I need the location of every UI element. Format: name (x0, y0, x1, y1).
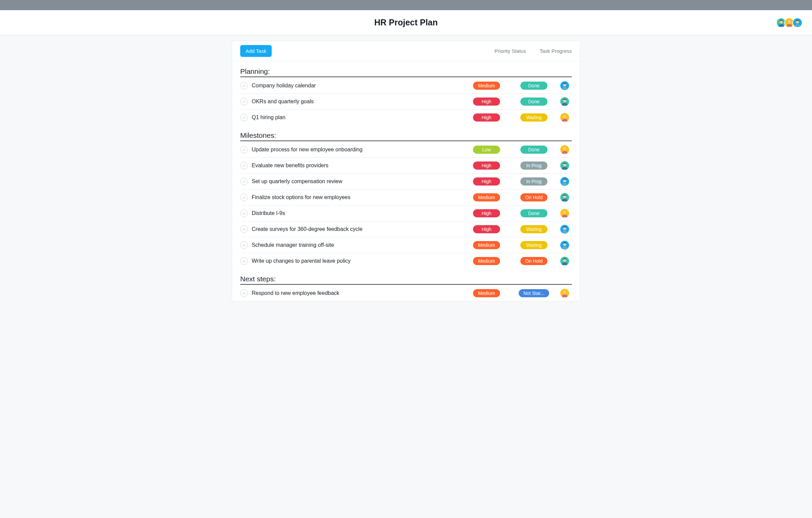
check-circle-icon[interactable] (240, 178, 248, 185)
assignee-avatar[interactable] (560, 257, 569, 265)
priority-pill[interactable]: High (473, 98, 500, 106)
assignee-avatar[interactable] (560, 113, 569, 122)
check-circle-icon[interactable] (240, 162, 248, 169)
priority-pill[interactable]: High (473, 161, 500, 170)
assignee-avatar[interactable] (560, 241, 569, 250)
check-circle-icon[interactable] (240, 289, 248, 297)
assignee-avatar[interactable] (560, 209, 569, 218)
assignee-cell (558, 225, 572, 234)
assignee-cell (558, 241, 572, 250)
task-row[interactable]: Update process for new employee onboardi… (240, 142, 572, 158)
progress-pill[interactable]: Waiting (520, 113, 547, 122)
task-name[interactable]: OKRs and quarterly goals (252, 99, 463, 105)
header-avatar[interactable] (792, 18, 803, 28)
task-row[interactable]: Respond to new employee feedbackMediumNo… (240, 285, 572, 301)
progress-cell: Not Star... (510, 289, 558, 297)
progress-pill[interactable]: Done (520, 82, 547, 90)
priority-pill[interactable]: High (473, 177, 500, 186)
section-title: Next steps: (240, 275, 572, 283)
assignee-avatar[interactable] (560, 225, 569, 234)
task-row[interactable]: Q1 hiring planHighWaiting (240, 110, 572, 125)
check-circle-icon[interactable] (240, 98, 248, 105)
task-row[interactable]: OKRs and quarterly goalsHighDone (240, 94, 572, 110)
check-circle-icon[interactable] (240, 146, 248, 153)
window-chrome-bar (0, 0, 812, 10)
priority-pill[interactable]: Medium (473, 82, 500, 90)
progress-pill[interactable]: Waiting (520, 241, 547, 249)
progress-pill[interactable]: Waiting (520, 225, 547, 233)
add-task-button[interactable]: Add Task (240, 45, 272, 57)
task-row[interactable]: Distribute I-9sHighDone (240, 206, 572, 221)
assignee-avatar[interactable] (560, 97, 569, 106)
section-divider (240, 141, 572, 141)
priority-pill[interactable]: High (473, 225, 500, 233)
progress-pill[interactable]: In Prog (520, 161, 547, 170)
check-circle-icon[interactable] (240, 82, 248, 89)
progress-pill[interactable]: On Hold (520, 257, 547, 265)
priority-pill[interactable]: Medium (473, 289, 500, 297)
check-circle-icon[interactable] (240, 194, 248, 201)
task-name[interactable]: Update process for new employee onboardi… (252, 147, 463, 153)
priority-pill[interactable]: Low (473, 146, 500, 154)
task-row[interactable]: Finalize stock options for new employees… (240, 190, 572, 206)
priority-pill[interactable]: Medium (473, 193, 500, 201)
assignee-cell (558, 97, 572, 106)
check-circle-icon[interactable] (240, 225, 248, 233)
progress-cell: In Prog (510, 161, 558, 170)
priority-cell: Medium (463, 241, 510, 249)
priority-pill[interactable]: High (473, 113, 500, 122)
priority-pill[interactable]: Medium (473, 257, 500, 265)
task-row[interactable]: Company holiday calendarMediumDone (240, 78, 572, 94)
progress-cell: On Hold (510, 257, 558, 265)
task-row[interactable]: Schedule manager training off-siteMedium… (240, 237, 572, 253)
section-title: Milestones: (240, 131, 572, 139)
assignee-avatar[interactable] (560, 81, 569, 90)
assignee-avatar[interactable] (560, 161, 569, 170)
priority-pill[interactable]: Medium (473, 241, 500, 249)
assignee-cell (558, 145, 572, 154)
task-list: Update process for new employee onboardi… (240, 142, 572, 269)
assignee-avatar[interactable] (560, 193, 569, 202)
check-circle-icon[interactable] (240, 210, 248, 217)
task-name[interactable]: Schedule manager training off-site (252, 242, 463, 248)
task-row[interactable]: Write up changes to parental leave polic… (240, 253, 572, 269)
priority-pill[interactable]: High (473, 209, 500, 217)
check-circle-icon[interactable] (240, 241, 248, 249)
task-name[interactable]: Evaluate new benefits providers (252, 163, 463, 169)
assignee-avatar[interactable] (560, 145, 569, 154)
assignee-avatar[interactable] (560, 177, 569, 186)
progress-cell: Done (510, 98, 558, 106)
task-name[interactable]: Respond to new employee feedback (252, 290, 463, 296)
progress-pill[interactable]: On Hold (520, 193, 547, 201)
task-name[interactable]: Create surveys for 360-degree feedback c… (252, 226, 463, 232)
progress-pill[interactable]: In Prog (520, 177, 547, 186)
check-circle-icon[interactable] (240, 114, 248, 121)
task-name[interactable]: Company holiday calendar (252, 83, 463, 89)
priority-cell: High (463, 113, 510, 122)
assignee-cell (558, 113, 572, 122)
section-divider (240, 284, 572, 285)
assignee-cell (558, 193, 572, 202)
panel-body: Planning:Company holiday calendarMediumD… (232, 61, 580, 301)
progress-pill[interactable]: Done (520, 146, 547, 154)
task-list: Respond to new employee feedbackMediumNo… (240, 285, 572, 301)
progress-pill[interactable]: Done (520, 209, 547, 217)
progress-pill[interactable]: Not Star... (519, 289, 549, 297)
task-name[interactable]: Finalize stock options for new employees (252, 194, 463, 200)
task-row[interactable]: Set up quarterly compensation reviewHigh… (240, 174, 572, 190)
task-row[interactable]: Evaluate new benefits providersHighIn Pr… (240, 158, 572, 174)
task-name[interactable]: Q1 hiring plan (252, 114, 463, 121)
progress-pill[interactable]: Done (520, 98, 547, 106)
task-row[interactable]: Create surveys for 360-degree feedback c… (240, 221, 572, 237)
assignee-avatar[interactable] (560, 289, 569, 298)
task-name[interactable]: Distribute I-9s (252, 210, 463, 216)
progress-cell: Waiting (510, 113, 558, 122)
check-circle-icon[interactable] (240, 257, 248, 265)
assignee-cell (558, 257, 572, 265)
task-panel: Add Task Priority Status Task Progress P… (232, 41, 580, 301)
task-name[interactable]: Write up changes to parental leave polic… (252, 258, 463, 264)
page-header: HR Project Plan (0, 10, 812, 35)
priority-cell: High (463, 98, 510, 106)
progress-cell: Waiting (510, 241, 558, 249)
task-name[interactable]: Set up quarterly compensation review (252, 178, 463, 185)
